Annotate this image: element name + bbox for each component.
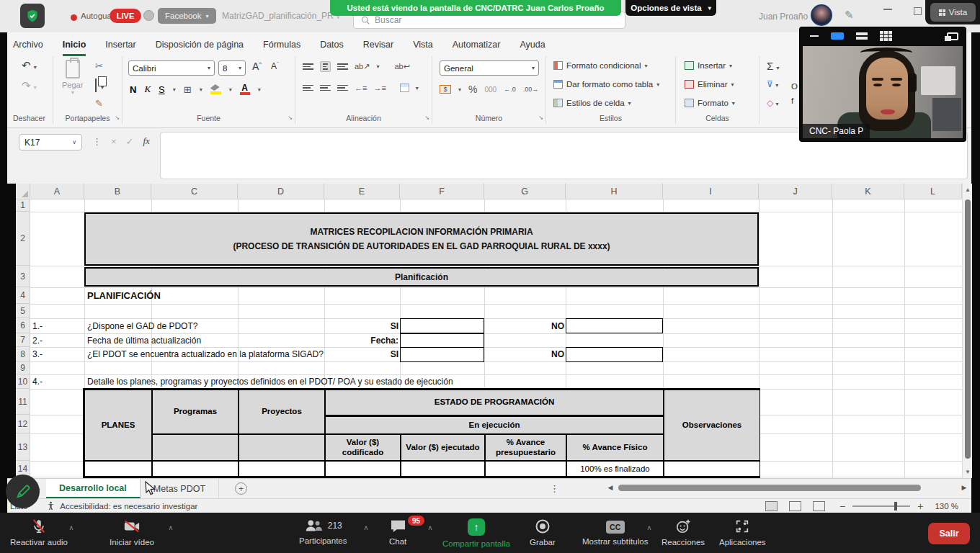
zoom-slider[interactable]	[852, 505, 910, 507]
table-header-en-ejecucion[interactable]: En ejecución	[325, 415, 664, 434]
horizontal-scrollbar[interactable]: ◀ ▶	[605, 482, 969, 493]
delete-cells-button[interactable]: Eliminar▾	[685, 80, 734, 89]
restore-window-icon[interactable]	[914, 7, 922, 15]
row-header-5[interactable]: 5	[16, 304, 30, 318]
page-layout-view-icon[interactable]	[789, 501, 801, 511]
row-header-9[interactable]: 9	[16, 361, 30, 374]
name-box[interactable]: K17 ∨	[19, 134, 82, 150]
orientation-icon[interactable]: ab↗	[355, 62, 370, 71]
row-header-4[interactable]: 4	[16, 287, 30, 304]
merge-center-icon[interactable]	[400, 84, 409, 92]
undo-button[interactable]: ↶ ▾	[22, 59, 37, 72]
tab-formulas[interactable]: Fórmulas	[263, 40, 300, 56]
minimize-video-icon[interactable]	[810, 35, 819, 37]
row-header-3[interactable]: 3	[16, 266, 30, 287]
start-video-button[interactable]: Iniciar vídeo	[110, 518, 154, 547]
tab-inicio[interactable]: Inicio	[63, 40, 86, 56]
underline-dropdown[interactable]: ▾	[173, 86, 176, 93]
tab-ayuda[interactable]: Ayuda	[520, 40, 545, 56]
font-name-select[interactable]: Calibri▾	[128, 60, 215, 76]
apps-button[interactable]: Aplicaciones	[719, 518, 766, 547]
row-header-11[interactable]: 11	[16, 389, 30, 415]
participants-button[interactable]: 213 Participantes	[299, 518, 347, 545]
table-header-proyectos[interactable]: Proyectos	[239, 390, 325, 434]
clear-button[interactable]: ◇ ▾	[767, 98, 779, 108]
table-cell-proyectos[interactable]	[239, 461, 325, 477]
autosum-button[interactable]: Σ ▾	[767, 60, 779, 72]
decrease-font-icon[interactable]: Aˇ	[271, 60, 279, 71]
autosave-toggle[interactable]	[143, 10, 154, 21]
increase-indent-icon[interactable]: →≡	[373, 84, 386, 92]
table-cell-avance-presupuestario[interactable]	[485, 461, 566, 477]
scroll-down-icon[interactable]: ▼	[963, 469, 973, 475]
video-thumbnail-panel[interactable]: CNC- Paola P	[800, 27, 966, 141]
increase-decimal-icon[interactable]: ←.0	[504, 86, 516, 93]
row-header-8[interactable]: 8	[16, 347, 30, 361]
facebook-stream-button[interactable]: Facebook▾	[158, 8, 216, 24]
cell-styles-button[interactable]: Estilos de celda▾	[553, 99, 631, 107]
dialog-launcher-icon[interactable]: ↘	[115, 114, 120, 121]
align-top-icon[interactable]	[303, 63, 313, 70]
column-header-H[interactable]: H	[566, 184, 663, 199]
workbook-filename[interactable]: MatrizGAD_planificación_PR ∨	[222, 11, 341, 21]
tab-vista[interactable]: Vista	[413, 40, 433, 56]
table-cell-avance-fisico[interactable]: 100% es finalizado	[566, 461, 664, 477]
table-header-blank-1[interactable]	[152, 434, 239, 461]
align-bottom-icon[interactable]	[337, 63, 348, 70]
borders-button[interactable]: ⊞	[184, 84, 192, 95]
table-header-estado[interactable]: ESTADO DE PROGRAMACIÓN	[325, 390, 664, 415]
unmute-button[interactable]: Reactivar audio	[10, 518, 68, 547]
table-header-valor-ejecutado[interactable]: Valor ($) ejecutado	[401, 434, 485, 461]
popout-video-icon[interactable]	[947, 32, 958, 40]
table-header-avance-fisico[interactable]: % Avance Físico	[566, 434, 664, 461]
column-header-C[interactable]: C	[151, 184, 238, 199]
planificacion-band[interactable]: Planificación	[84, 267, 759, 287]
format-painter-icon[interactable]: ✎	[95, 98, 103, 109]
zoom-slider-thumb[interactable]	[894, 502, 897, 511]
pencil-icon[interactable]: ✎	[845, 9, 854, 22]
tab-archivo[interactable]: Archivo	[13, 40, 43, 56]
underline-button[interactable]: S	[159, 84, 165, 95]
avatar[interactable]	[811, 4, 832, 26]
table-header-avance-presupuestario[interactable]: % Avance presupuestario	[485, 434, 566, 461]
fill-button[interactable]: ⊽ ▾	[767, 79, 778, 89]
accounting-format-icon[interactable]: $	[440, 85, 451, 94]
decrease-indent-icon[interactable]: ←≡	[355, 84, 367, 92]
row-header-1[interactable]: 1	[16, 199, 30, 212]
gallery-view-icon[interactable]	[880, 31, 892, 41]
comma-style-icon[interactable]: 000	[484, 86, 496, 94]
insert-function-icon[interactable]: fx	[143, 135, 150, 147]
table-cell-observaciones[interactable]	[664, 461, 760, 477]
tab-automatizar[interactable]: Automatizar	[453, 40, 501, 56]
conditional-format-button[interactable]: Formato condicional▾	[553, 61, 648, 70]
speaker-view-icon[interactable]	[831, 32, 844, 40]
column-header-I[interactable]: I	[663, 184, 759, 199]
audio-options-chevron[interactable]: ˄	[69, 524, 74, 532]
list-view-icon[interactable]	[856, 32, 868, 40]
horizontal-scroll-thumb[interactable]	[618, 485, 921, 491]
scroll-right-icon[interactable]: ▶	[959, 484, 969, 491]
column-header-K[interactable]: K	[832, 184, 904, 199]
reactions-button[interactable]: Reacciones	[662, 518, 705, 547]
tab-insertar[interactable]: Insertar	[105, 40, 135, 56]
dialog-launcher-icon[interactable]: ↘	[288, 114, 293, 121]
captions-button[interactable]: CC Mostrar subtítulos	[582, 518, 648, 546]
insert-cells-button[interactable]: Insertar▾	[685, 61, 732, 70]
view-options-button[interactable]: Opciones de vista ▾	[625, 0, 716, 16]
participants-chevron[interactable]: ˄	[364, 524, 368, 532]
minimize-window-icon[interactable]	[883, 9, 892, 10]
table-header-blank-2[interactable]	[239, 434, 325, 461]
number-format-select[interactable]: General▾	[440, 60, 539, 76]
column-header-E[interactable]: E	[324, 184, 400, 199]
video-options-chevron[interactable]: ˄	[169, 524, 173, 532]
align-right-icon[interactable]	[337, 85, 348, 91]
matrix-title-block[interactable]: MATRICES RECOPILACION INFORMACIÓN PRIMAR…	[84, 212, 759, 266]
spreadsheet-grid[interactable]: ABCDEFGHIJKL 1234567891011121314 MATRICE…	[16, 184, 962, 478]
format-as-table-button[interactable]: Dar formato como tabla▾	[553, 80, 659, 89]
scroll-left-icon[interactable]: ◀	[605, 484, 615, 491]
enter-icon[interactable]: ✓	[126, 136, 134, 147]
font-color-button[interactable]: A	[240, 84, 250, 95]
font-size-select[interactable]: 8▾	[218, 60, 246, 76]
percent-icon[interactable]: %	[468, 84, 477, 95]
row-header-12[interactable]: 12	[16, 415, 30, 433]
